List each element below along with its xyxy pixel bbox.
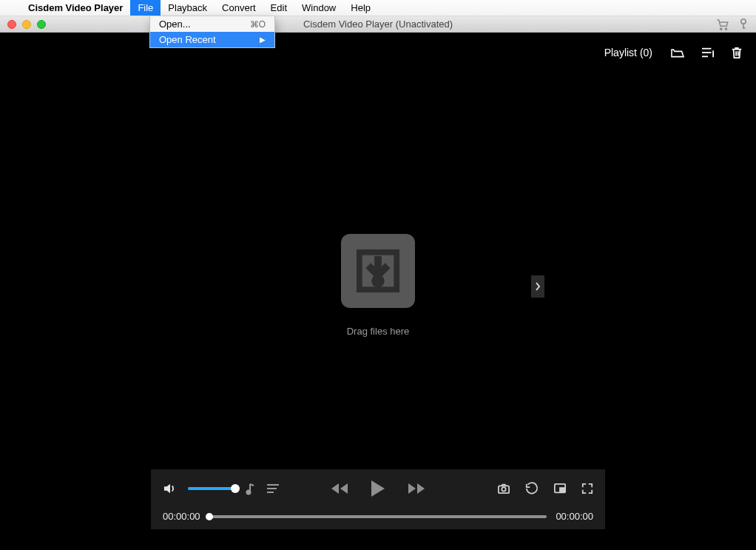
menu-convert[interactable]: Convert xyxy=(215,0,263,16)
menu-item-open-label: Open... xyxy=(159,19,191,30)
playlist-list-icon[interactable] xyxy=(701,47,715,58)
progress-bar[interactable] xyxy=(209,515,547,518)
time-total: 00:00:00 xyxy=(556,511,593,522)
playlist-bar: Playlist (0) xyxy=(604,46,743,59)
window-titlebar: Cisdem Video Player (Unactivated) xyxy=(0,16,756,33)
progress-thumb[interactable] xyxy=(206,513,213,520)
menu-file[interactable]: File xyxy=(130,0,161,16)
menu-window[interactable]: Window xyxy=(294,0,343,16)
svg-point-0 xyxy=(720,27,722,29)
volume-fill xyxy=(188,487,235,490)
playlist-label: Playlist (0) xyxy=(604,47,652,58)
picture-in-picture-icon[interactable] xyxy=(553,483,567,494)
music-note-icon[interactable] xyxy=(246,482,256,495)
video-area: Playlist (0) Drag files here xyxy=(0,33,756,550)
menu-edit[interactable]: Edit xyxy=(263,0,294,16)
window-title: Cisdem Video Player (Unactivated) xyxy=(303,19,453,30)
snapshot-icon[interactable] xyxy=(497,483,510,494)
play-button[interactable] xyxy=(370,479,386,498)
subtitles-list-icon[interactable] xyxy=(266,483,280,494)
svg-rect-20 xyxy=(560,488,564,492)
drop-box-icon xyxy=(341,234,415,308)
traffic-lights xyxy=(7,20,46,29)
shopping-cart-icon[interactable] xyxy=(716,19,729,30)
menu-item-open[interactable]: Open... ⌘O xyxy=(150,16,274,32)
rewind-button[interactable] xyxy=(330,482,349,495)
player-controls: 00:00:00 00:00:00 xyxy=(151,469,605,529)
fullscreen-icon[interactable] xyxy=(581,483,593,494)
svg-point-12 xyxy=(371,275,384,287)
svg-rect-4 xyxy=(743,27,745,29)
svg-point-2 xyxy=(741,19,746,23)
macos-menubar: Cisdem Video Player File Playback Conver… xyxy=(0,0,756,16)
volume-slider[interactable] xyxy=(188,487,235,490)
menu-help[interactable]: Help xyxy=(343,0,378,16)
rotate-icon[interactable] xyxy=(525,482,539,495)
open-folder-icon[interactable] xyxy=(670,47,685,58)
minimize-window-button[interactable] xyxy=(22,20,31,29)
time-current: 00:00:00 xyxy=(163,511,200,522)
volume-thumb[interactable] xyxy=(231,484,240,493)
zoom-window-button[interactable] xyxy=(37,20,46,29)
fast-forward-button[interactable] xyxy=(407,482,426,495)
trash-icon[interactable] xyxy=(731,46,743,59)
svg-point-13 xyxy=(247,491,251,494)
menu-item-open-recent-label: Open Recent xyxy=(159,34,216,45)
menu-playback[interactable]: Playback xyxy=(161,0,215,16)
key-icon[interactable] xyxy=(738,19,749,30)
menu-item-open-recent[interactable]: Open Recent ▶ xyxy=(150,32,274,47)
menu-item-open-shortcut: ⌘O xyxy=(250,19,266,30)
drop-caption: Drag files here xyxy=(341,326,415,337)
expand-chevron-button[interactable] xyxy=(531,275,544,298)
svg-point-1 xyxy=(725,27,726,29)
file-dropdown: Open... ⌘O Open Recent ▶ xyxy=(149,16,275,48)
drop-zone[interactable]: Drag files here xyxy=(341,234,415,337)
svg-point-18 xyxy=(502,487,505,491)
app-name-menu[interactable]: Cisdem Video Player xyxy=(21,2,130,13)
volume-icon[interactable] xyxy=(163,482,178,495)
submenu-arrow-icon: ▶ xyxy=(260,36,266,44)
close-window-button[interactable] xyxy=(7,20,16,29)
